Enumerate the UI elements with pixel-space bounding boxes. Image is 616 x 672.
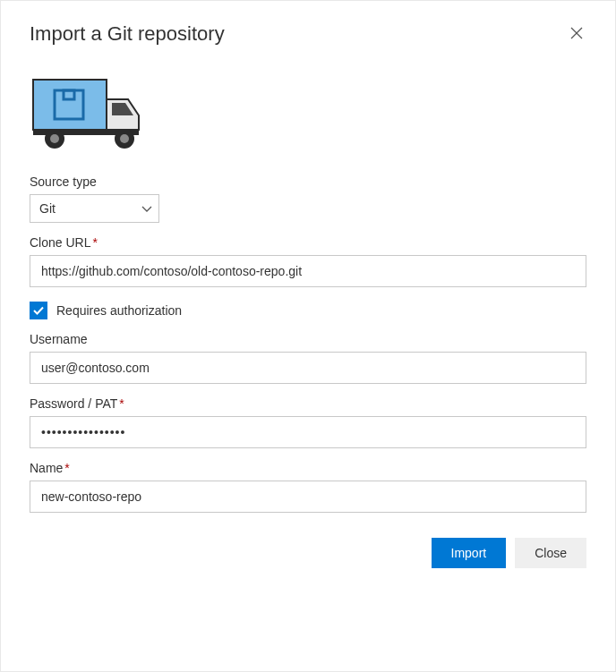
svg-point-9: [120, 134, 129, 143]
password-input[interactable]: [30, 416, 586, 448]
import-button[interactable]: Import: [432, 538, 507, 568]
check-icon: [32, 304, 45, 317]
requires-auth-label: Requires authorization: [56, 303, 182, 318]
source-type-label: Source type: [30, 174, 586, 189]
requires-auth-row: Requires authorization: [30, 302, 586, 319]
svg-point-7: [50, 134, 59, 143]
close-button[interactable]: Close: [515, 538, 586, 568]
source-type-select[interactable]: Git: [30, 194, 159, 223]
password-label: Password / PAT*: [30, 396, 586, 411]
name-label: Name*: [30, 461, 586, 475]
username-input[interactable]: [30, 352, 586, 384]
requires-auth-checkbox[interactable]: [30, 302, 47, 319]
close-icon: [570, 27, 583, 39]
clone-url-input[interactable]: [30, 255, 586, 287]
import-dialog: Import a Git repository: [1, 1, 615, 590]
clone-url-field: Clone URL*: [30, 235, 586, 287]
source-type-field: Source type Git: [30, 174, 586, 223]
username-field: Username: [30, 332, 586, 384]
name-field: Name*: [30, 461, 586, 513]
svg-rect-2: [33, 80, 107, 130]
dialog-footer: Import Close: [30, 538, 586, 568]
truck-illustration: [30, 72, 586, 157]
password-field: Password / PAT*: [30, 396, 586, 448]
name-input[interactable]: [30, 481, 586, 513]
username-label: Username: [30, 332, 586, 346]
close-icon-button[interactable]: [567, 22, 586, 46]
source-type-value: Git: [39, 201, 56, 216]
clone-url-label: Clone URL*: [30, 235, 586, 250]
dialog-title: Import a Git repository: [30, 22, 225, 46]
dialog-header: Import a Git repository: [30, 22, 586, 46]
